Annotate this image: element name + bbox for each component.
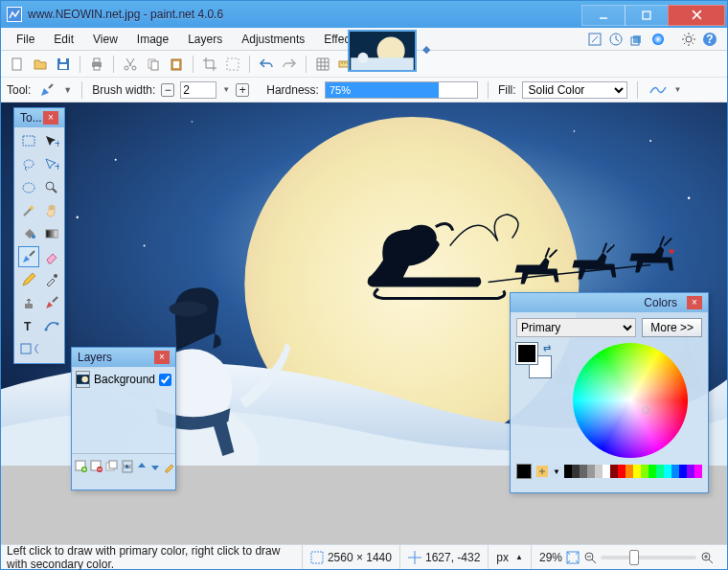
tools-toggle-icon[interactable] [585, 30, 604, 49]
palette-swatch[interactable] [587, 465, 595, 478]
colors-panel[interactable]: Colors× Primary More >> ⇄ ▼ [510, 292, 709, 493]
layers-toggle-icon[interactable] [627, 30, 647, 49]
text-tool-icon[interactable]: T [18, 315, 39, 336]
palette-swatch[interactable] [564, 465, 572, 478]
move-tool-icon[interactable]: + [41, 131, 62, 152]
palette-swatch[interactable] [687, 465, 694, 478]
menu-file[interactable]: File [7, 31, 44, 48]
delete-layer-icon[interactable] [89, 459, 104, 474]
pencil-tool-icon[interactable] [18, 269, 39, 290]
palette-swatch[interactable] [641, 465, 648, 478]
titlebar[interactable]: www.NEOWIN.net.jpg - paint.net 4.0.6 [1, 1, 727, 28]
current-palette-color[interactable] [516, 464, 532, 479]
primary-color-swatch[interactable] [516, 343, 537, 364]
zoom-tool-icon[interactable] [41, 177, 62, 198]
more-colors-button[interactable]: More >> [642, 318, 702, 337]
layer-row[interactable]: Background [74, 369, 173, 390]
palette-swatch[interactable] [595, 465, 603, 478]
brush-width-input[interactable] [180, 81, 216, 99]
paint-bucket-tool-icon[interactable] [18, 223, 39, 244]
tools-panel-close-icon[interactable]: × [43, 111, 58, 125]
menu-image[interactable]: Image [127, 31, 178, 48]
palette-swatch[interactable] [580, 465, 587, 478]
palette-swatch[interactable] [671, 465, 679, 478]
move-selection-tool-icon[interactable]: + [41, 154, 62, 175]
palette-swatch[interactable] [679, 465, 687, 478]
color-wheel[interactable] [573, 343, 688, 458]
color-picker-tool-icon[interactable] [41, 269, 62, 290]
status-units[interactable]: px▲ [488, 545, 531, 569]
clone-stamp-tool-icon[interactable] [18, 292, 39, 313]
add-palette-color-icon[interactable] [535, 465, 549, 478]
grid-icon[interactable] [312, 54, 333, 75]
color-mode-select[interactable]: Primary [516, 318, 636, 337]
palette-swatch[interactable] [664, 465, 671, 478]
settings-icon[interactable] [679, 30, 698, 49]
ellipse-select-tool-icon[interactable] [18, 177, 39, 198]
colors-toggle-icon[interactable] [648, 30, 668, 49]
document-thumbnail[interactable] [348, 30, 417, 72]
palette-swatch[interactable] [626, 465, 633, 478]
layers-panel-title[interactable]: Layers× [72, 348, 175, 367]
fill-select[interactable]: Solid Color [522, 81, 627, 99]
save-icon[interactable] [53, 54, 74, 75]
paintbrush-tool-icon[interactable] [18, 246, 39, 267]
recolor-tool-icon[interactable] [41, 292, 62, 313]
copy-icon[interactable] [143, 54, 164, 75]
colors-panel-close-icon[interactable]: × [687, 296, 702, 309]
thumbnail-dropdown-icon[interactable]: ◆ [422, 43, 430, 56]
crop-icon[interactable] [199, 54, 220, 75]
paste-icon[interactable] [166, 54, 187, 75]
palette-swatch[interactable] [633, 465, 641, 478]
color-palette[interactable] [564, 465, 702, 478]
minimize-button[interactable] [581, 5, 626, 26]
move-down-icon[interactable] [148, 459, 162, 474]
tools-panel-title[interactable]: To...× [14, 108, 64, 127]
shapes-tool-icon[interactable] [18, 338, 39, 359]
palette-swatch[interactable] [648, 465, 656, 478]
redo-icon[interactable] [279, 54, 300, 75]
swap-colors-icon[interactable]: ⇄ [543, 343, 551, 353]
layers-panel-close-icon[interactable]: × [154, 351, 170, 364]
history-toggle-icon[interactable] [606, 30, 626, 49]
pan-tool-icon[interactable] [41, 200, 62, 221]
menu-layers[interactable]: Layers [178, 31, 232, 48]
new-icon[interactable] [7, 54, 28, 75]
rect-select-tool-icon[interactable] [18, 131, 39, 152]
open-icon[interactable] [30, 54, 51, 75]
zoom-in-icon[interactable] [700, 551, 714, 564]
merge-down-icon[interactable] [120, 459, 135, 474]
layers-panel[interactable]: Layers× Background [71, 347, 176, 490]
deselect-icon[interactable] [222, 54, 243, 75]
help-icon[interactable]: ? [700, 30, 719, 49]
menu-edit[interactable]: Edit [44, 31, 83, 48]
print-icon[interactable] [86, 54, 107, 75]
lasso-tool-icon[interactable] [18, 154, 39, 175]
palette-swatch[interactable] [618, 465, 626, 478]
magic-wand-tool-icon[interactable] [18, 200, 39, 221]
move-up-icon[interactable] [135, 459, 148, 474]
eraser-tool-icon[interactable] [41, 246, 62, 267]
active-tool-icon[interactable] [36, 80, 57, 101]
tools-panel[interactable]: To...× + + T [13, 107, 65, 364]
colors-panel-title[interactable]: Colors× [511, 293, 708, 312]
antialias-icon[interactable] [648, 80, 669, 101]
duplicate-layer-icon[interactable] [104, 459, 120, 474]
palette-swatch[interactable] [656, 465, 664, 478]
layer-visibility-checkbox[interactable] [159, 374, 171, 386]
add-layer-icon[interactable] [74, 459, 89, 474]
menu-view[interactable]: View [83, 31, 127, 48]
zoom-slider[interactable] [601, 556, 696, 559]
hardness-slider[interactable]: 75% [325, 81, 478, 99]
palette-swatch[interactable] [603, 465, 610, 478]
width-increment-icon[interactable]: + [236, 83, 249, 97]
palette-swatch[interactable] [610, 465, 618, 478]
zoom-out-icon[interactable] [583, 551, 597, 564]
width-decrement-icon[interactable]: − [161, 83, 174, 97]
palette-swatch[interactable] [694, 465, 702, 478]
close-button[interactable] [668, 5, 725, 26]
color-swatches[interactable]: ⇄ [516, 343, 551, 377]
gradient-tool-icon[interactable] [41, 223, 62, 244]
fit-icon[interactable] [566, 551, 580, 564]
menu-adjustments[interactable]: Adjustments [232, 31, 314, 48]
